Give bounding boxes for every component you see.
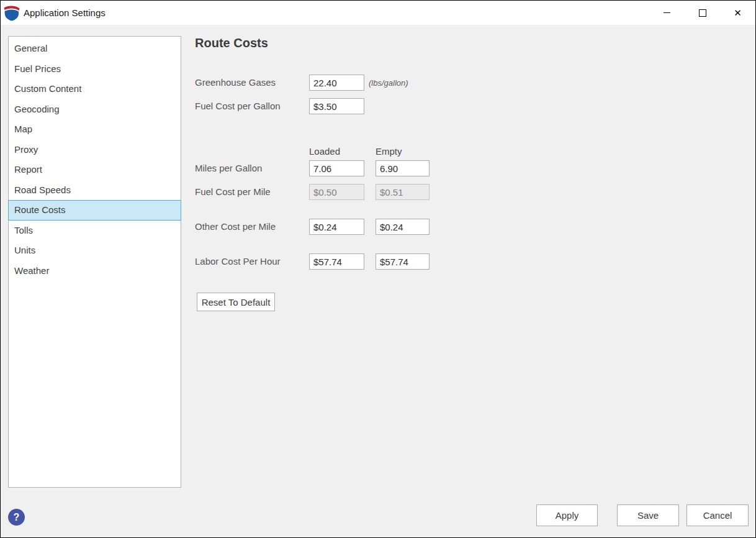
sidebar-item-fuel-prices[interactable]: Fuel Prices — [9, 59, 181, 80]
sidebar-item-units[interactable]: Units — [9, 240, 181, 261]
field-input-empty[interactable] — [376, 219, 430, 235]
window-title: Application Settings — [24, 1, 106, 25]
sidebar-item-proxy[interactable]: Proxy — [9, 140, 181, 160]
field-unit-note: (lbs/gallon) — [369, 75, 408, 91]
sidebar-item-report[interactable]: Report — [9, 160, 181, 180]
window-controls: ✕ — [649, 1, 755, 25]
cancel-button[interactable]: Cancel — [686, 504, 749, 526]
field-input-loaded — [309, 184, 364, 200]
reset-to-default-button[interactable]: Reset To Default — [197, 293, 275, 311]
field-input-loaded[interactable] — [309, 160, 364, 176]
save-button[interactable]: Save — [617, 504, 679, 526]
field-label: Labor Cost Per Hour — [195, 253, 307, 270]
app-logo-icon — [4, 5, 20, 21]
close-button[interactable]: ✕ — [720, 1, 755, 25]
sidebar-item-geocoding[interactable]: Geocoding — [9, 99, 181, 120]
field-label: Fuel Cost per Gallon — [195, 98, 307, 114]
field-label: Fuel Cost per Mile — [195, 184, 307, 200]
page-title: Route Costs — [195, 36, 268, 50]
sidebar-item-route-costs[interactable]: Route Costs — [8, 200, 181, 221]
field-input-loaded[interactable] — [309, 219, 364, 235]
help-button[interactable]: ? — [8, 509, 25, 526]
field-label: Other Cost per Mile — [195, 219, 307, 235]
sidebar-item-road-speeds[interactable]: Road Speeds — [9, 180, 181, 201]
field-input[interactable] — [309, 75, 364, 91]
minimize-icon — [664, 12, 670, 13]
field-input-empty[interactable] — [376, 253, 430, 270]
sidebar-item-tolls[interactable]: Tolls — [9, 221, 181, 241]
close-icon: ✕ — [734, 8, 742, 17]
apply-button[interactable]: Apply — [536, 504, 598, 526]
help-icon: ? — [14, 512, 20, 523]
minimize-button[interactable] — [649, 1, 685, 25]
field-input-empty — [376, 184, 430, 200]
column-header-loaded: Loaded — [309, 146, 340, 157]
sidebar-item-general[interactable]: General — [9, 39, 181, 59]
field-label: Miles per Gallon — [195, 160, 307, 176]
sidebar-item-custom-content[interactable]: Custom Content — [9, 79, 181, 99]
field-input-empty[interactable] — [376, 160, 430, 176]
field-input-loaded[interactable] — [309, 253, 364, 270]
field-input[interactable] — [309, 98, 364, 114]
column-header-empty: Empty — [376, 146, 402, 157]
sidebar-item-map[interactable]: Map — [9, 119, 181, 140]
application-settings-window: Application Settings ✕ GeneralFuel Price… — [0, 0, 756, 538]
title-bar: Application Settings ✕ — [1, 1, 755, 25]
field-label: Greenhouse Gases — [195, 75, 307, 91]
sidebar-item-weather[interactable]: Weather — [9, 261, 181, 281]
maximize-button[interactable] — [685, 1, 720, 25]
maximize-icon — [699, 9, 706, 17]
settings-nav: GeneralFuel PricesCustom ContentGeocodin… — [8, 36, 181, 488]
